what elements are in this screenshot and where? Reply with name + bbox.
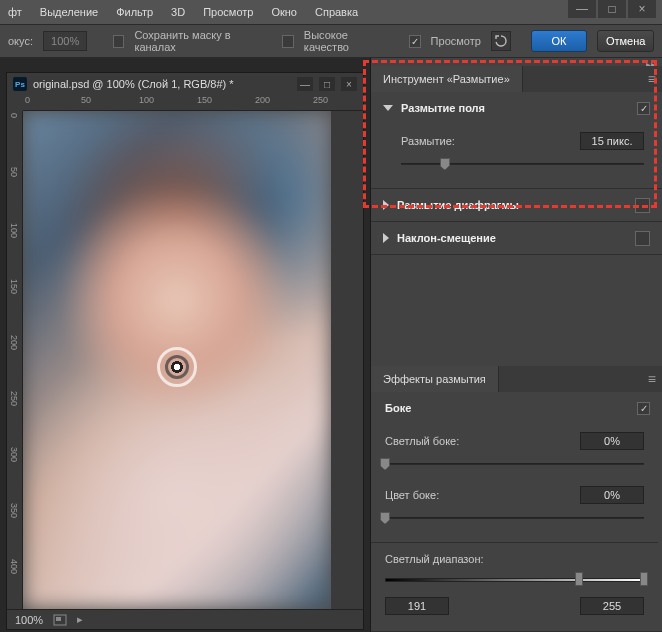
menu-help[interactable]: Справка	[315, 6, 358, 18]
color-bokeh-input[interactable]: 0%	[580, 486, 644, 504]
doc-max-button[interactable]: □	[319, 77, 335, 91]
light-range-label: Светлый диапазон:	[385, 553, 484, 565]
section-bokeh: Боке Светлый боке: 0% Цвет боке: 0% Свет…	[371, 392, 662, 632]
menu-3d[interactable]: 3D	[171, 6, 185, 18]
range-lo-input[interactable]: 191	[385, 597, 449, 615]
canvas[interactable]	[23, 111, 331, 609]
document-window: Ps original.psd @ 100% (Слой 1, RGB/8#) …	[6, 72, 364, 630]
rulerv-tick: 400	[9, 559, 19, 574]
effects-header: Эффекты размытия ≡	[371, 366, 662, 392]
window-controls: — □ ×	[568, 0, 656, 18]
blur-pin[interactable]	[157, 347, 197, 387]
ok-button[interactable]: ОК	[531, 30, 588, 52]
blur-amount-slider[interactable]	[401, 156, 644, 172]
reset-icon	[494, 34, 508, 48]
effects-menu-icon[interactable]: ≡	[648, 371, 656, 387]
light-bokeh-label: Светлый боке:	[385, 435, 459, 447]
rulerv-tick: 250	[9, 391, 19, 406]
svg-rect-1	[56, 617, 61, 621]
cancel-button[interactable]: Отмена	[597, 30, 654, 52]
iris-blur-header[interactable]: Размытие диафрагмы	[371, 189, 662, 221]
bokeh-checkbox[interactable]	[637, 402, 650, 415]
tilt-shift-title: Наклон-смещение	[397, 232, 627, 244]
zoom-value[interactable]: 100%	[15, 614, 43, 626]
save-mask-label: Сохранить маску в каналах	[134, 29, 258, 53]
field-blur-header[interactable]: Размытие поля	[371, 92, 662, 124]
doc-min-button[interactable]: —	[297, 77, 313, 91]
section-field-blur: Размытие поля Размытие: 15 пикс.	[371, 92, 662, 189]
info-arrow[interactable]: ▸	[77, 613, 83, 626]
rulerv-tick: 150	[9, 279, 19, 294]
workarea: Ps original.psd @ 100% (Слой 1, RGB/8#) …	[0, 58, 662, 632]
close-button[interactable]: ×	[628, 0, 656, 18]
triangle-right-icon	[383, 200, 389, 210]
rulerh-tick: 150	[197, 95, 212, 105]
ruler-vertical: 0 50 100 150 200 250 300 350 400	[7, 111, 23, 609]
rulerv-tick: 100	[9, 223, 19, 238]
light-range-slider[interactable]	[385, 571, 644, 589]
menu-leading: фт	[8, 6, 22, 18]
ruler-horizontal: 0 50 100 150 200 250	[23, 95, 363, 111]
preview-label: Просмотр	[431, 35, 481, 47]
range-hi-input[interactable]: 255	[580, 597, 644, 615]
light-bokeh-input[interactable]: 0%	[580, 432, 644, 450]
document-title: original.psd @ 100% (Слой 1, RGB/8#) *	[33, 78, 291, 90]
rulerh-tick: 0	[25, 95, 30, 105]
preview-checkbox[interactable]	[409, 35, 421, 48]
panel-tab[interactable]: Инструмент «Размытие»	[371, 66, 523, 92]
rulerh-tick: 100	[139, 95, 154, 105]
document-tabbar: Ps original.psd @ 100% (Слой 1, RGB/8#) …	[7, 73, 363, 95]
rulerv-tick: 300	[9, 447, 19, 462]
doc-close-button[interactable]: ×	[341, 77, 357, 91]
save-mask-checkbox[interactable]	[113, 35, 125, 48]
menu-select[interactable]: Выделение	[40, 6, 98, 18]
maximize-button[interactable]: □	[598, 0, 626, 18]
color-bokeh-slider[interactable]	[385, 510, 644, 526]
document-area: Ps original.psd @ 100% (Слой 1, RGB/8#) …	[0, 58, 370, 632]
field-blur-title: Размытие поля	[401, 102, 629, 114]
rulerh-tick: 200	[255, 95, 270, 105]
panel-header: Инструмент «Размытие» ≡	[371, 66, 662, 92]
blur-amount-input[interactable]: 15 пикс.	[580, 132, 644, 150]
options-bar: окус: 100% Сохранить маску в каналах Выс…	[0, 24, 662, 58]
field-blur-checkbox[interactable]	[637, 102, 650, 115]
section-iris-blur: Размытие диафрагмы	[371, 189, 662, 222]
info-icon	[53, 614, 67, 626]
hq-label: Высокое качество	[304, 29, 386, 53]
blur-panel: ▸▸ Инструмент «Размытие» ≡ Размытие поля…	[370, 58, 662, 632]
minimize-button[interactable]: —	[568, 0, 596, 18]
light-bokeh-slider[interactable]	[385, 456, 644, 472]
menu-view[interactable]: Просмотр	[203, 6, 253, 18]
reset-button[interactable]	[491, 31, 511, 51]
hq-checkbox[interactable]	[282, 35, 294, 48]
rulerv-tick: 350	[9, 503, 19, 518]
ps-file-icon: Ps	[13, 77, 27, 91]
bokeh-title: Боке	[385, 402, 629, 414]
triangle-right-icon	[383, 233, 389, 243]
iris-blur-title: Размытие диафрагмы	[397, 199, 627, 211]
section-tilt-shift: Наклон-смещение	[371, 222, 662, 255]
panel-menu-icon[interactable]: ≡	[648, 71, 656, 87]
color-bokeh-label: Цвет боке:	[385, 489, 439, 501]
menu-window[interactable]: Окно	[271, 6, 297, 18]
rulerh-tick: 50	[81, 95, 91, 105]
focus-label: окус:	[8, 35, 33, 47]
rulerh-tick: 250	[313, 95, 328, 105]
menubar: фт Выделение Фильтр 3D Просмотр Окно Спр…	[0, 0, 662, 24]
effects-tab[interactable]: Эффекты размытия	[371, 366, 499, 392]
focus-input[interactable]: 100%	[43, 31, 87, 51]
rulerv-tick: 50	[9, 167, 19, 177]
menu-filter[interactable]: Фильтр	[116, 6, 153, 18]
rulerv-tick: 200	[9, 335, 19, 350]
blur-amount-label: Размытие:	[401, 135, 455, 147]
iris-blur-checkbox[interactable]	[635, 198, 650, 213]
tilt-shift-checkbox[interactable]	[635, 231, 650, 246]
triangle-down-icon	[383, 105, 393, 111]
tilt-shift-header[interactable]: Наклон-смещение	[371, 222, 662, 254]
statusbar: 100% ▸	[7, 609, 363, 629]
rulerv-tick: 0	[9, 113, 19, 118]
